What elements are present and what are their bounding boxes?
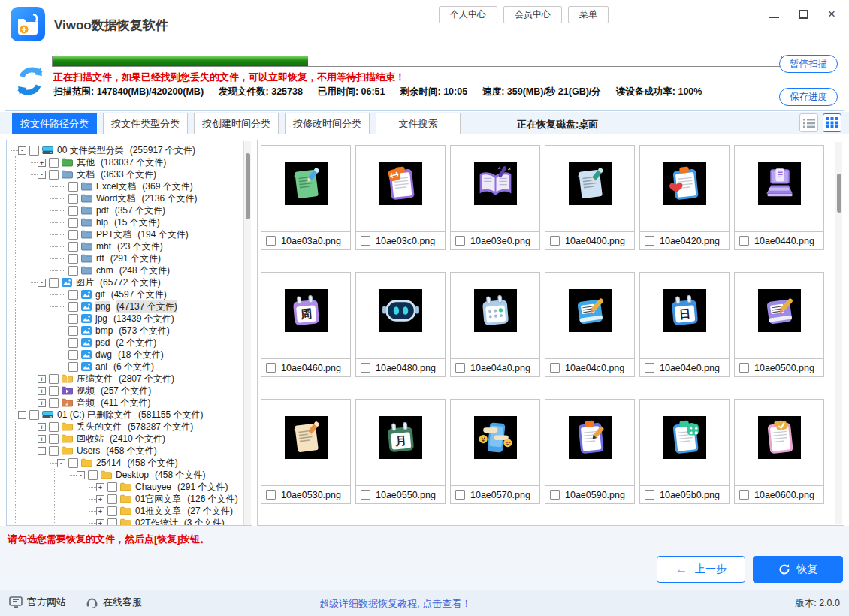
file-checkbox[interactable] <box>739 490 749 500</box>
tree-checkbox[interactable] <box>68 266 78 276</box>
tree-checkbox[interactable] <box>68 350 78 360</box>
tree-item[interactable]: png(47137 个文件) <box>11 300 250 313</box>
file-checkbox[interactable] <box>455 363 465 373</box>
pause-scan-button[interactable]: 暂停扫描 <box>779 55 838 73</box>
grid-scrollbar[interactable] <box>835 142 842 524</box>
file-item[interactable]: 10ae0400.png <box>545 145 635 250</box>
titlebar-button[interactable]: 菜单 <box>568 6 609 23</box>
tree-checkbox[interactable] <box>68 230 78 240</box>
tree-checkbox[interactable] <box>68 302 78 312</box>
tree-checkbox[interactable] <box>49 374 59 384</box>
tree-checkbox[interactable] <box>49 158 59 168</box>
file-checkbox[interactable] <box>266 363 276 373</box>
tree-checkbox[interactable] <box>68 206 78 216</box>
tree-checkbox[interactable] <box>49 170 59 180</box>
file-item[interactable]: 日 10ae04e0.png <box>639 272 730 377</box>
tree-checkbox[interactable] <box>49 446 59 456</box>
file-item[interactable]: 周 10ae0460.png <box>261 272 351 377</box>
maximize-icon[interactable] <box>799 10 808 19</box>
tab[interactable]: 按修改时间分类 <box>285 113 370 134</box>
file-item[interactable]: 10ae04c0.png <box>545 272 635 377</box>
file-item[interactable]: 10ae0590.png <box>545 399 635 504</box>
tree-item[interactable]: +音频(411 个文件) <box>11 397 250 409</box>
file-item[interactable]: 10ae03a0.png <box>261 145 351 250</box>
tutorial-link[interactable]: 超级详细数据恢复教程, 点击查看！ <box>319 597 471 611</box>
tree-checkbox[interactable] <box>107 494 117 504</box>
tree-checkbox[interactable] <box>49 386 59 396</box>
tree-item[interactable]: Word文档(2136 个文件) <box>11 192 250 204</box>
file-item[interactable]: 10ae0440.png <box>734 145 824 250</box>
file-checkbox[interactable] <box>361 363 370 373</box>
tree-checkbox[interactable] <box>68 290 78 300</box>
tree-checkbox[interactable] <box>68 338 78 348</box>
file-checkbox[interactable] <box>550 236 560 246</box>
tree-checkbox[interactable] <box>29 146 39 156</box>
tree-item[interactable]: psd(2 个文件) <box>11 337 250 349</box>
recover-button[interactable]: 恢复 <box>753 556 843 583</box>
titlebar-button[interactable]: 会员中心 <box>503 6 562 23</box>
tree-item[interactable]: ani(6 个文件) <box>11 361 250 373</box>
tree-checkbox[interactable] <box>49 398 59 408</box>
tree-item[interactable]: -文档(3633 个文件) <box>11 168 250 180</box>
tree-scrollbar[interactable] <box>243 141 251 526</box>
file-checkbox[interactable] <box>361 236 370 246</box>
file-checkbox[interactable] <box>361 490 370 500</box>
file-item[interactable]: 10ae03c0.png <box>355 145 446 250</box>
tree-checkbox[interactable] <box>68 182 78 192</box>
tree-item[interactable]: dwg(18 个文件) <box>11 349 250 361</box>
titlebar-button[interactable]: 个人中心 <box>439 6 497 23</box>
file-checkbox[interactable] <box>266 490 276 500</box>
back-button[interactable]: ← 上一步 <box>657 556 745 583</box>
tree-item[interactable]: mht(23 个文件) <box>11 240 250 252</box>
tree-item[interactable]: +视频(257 个文件) <box>11 385 250 397</box>
tree-item[interactable]: -00 文件类型分类(255917 个文件) <box>11 144 250 156</box>
tree-expander-icon[interactable]: - <box>57 459 65 467</box>
tab[interactable]: 按文件路径分类 <box>12 113 97 134</box>
file-item[interactable]: 10ae0600.png <box>734 399 824 504</box>
tree-checkbox[interactable] <box>68 362 78 372</box>
tree-item[interactable]: hlp(15 个文件) <box>11 216 250 228</box>
save-progress-button[interactable]: 保存进度 <box>779 88 838 106</box>
tree-expander-icon[interactable]: + <box>38 387 46 395</box>
file-item[interactable]: 月 10ae0550.png <box>355 399 446 504</box>
tab[interactable]: 按创建时间分类 <box>194 113 279 134</box>
online-support-link[interactable]: 在线客服 <box>86 596 142 609</box>
file-checkbox[interactable] <box>455 490 465 500</box>
tree-expander-icon[interactable]: + <box>96 507 104 515</box>
file-item[interactable]: 10ae0530.png <box>261 399 351 504</box>
tree-expander-icon[interactable]: + <box>38 423 46 431</box>
tree-item[interactable]: -25414(458 个文件) <box>11 457 250 469</box>
tree-item[interactable]: +02T作统计(3 个文件) <box>11 517 250 526</box>
tree-checkbox[interactable] <box>68 194 78 204</box>
tree-checkbox[interactable] <box>107 518 117 527</box>
tree-expander-icon[interactable]: - <box>18 146 26 155</box>
tree-expander-icon[interactable]: + <box>96 495 104 503</box>
tree-expander-icon[interactable]: - <box>18 411 26 419</box>
tree-expander-icon[interactable]: + <box>96 519 104 527</box>
tree-item[interactable]: +压缩文件(2807 个文件) <box>11 373 250 385</box>
file-checkbox[interactable] <box>550 363 560 373</box>
file-checkbox[interactable] <box>645 490 654 500</box>
tree-item[interactable]: jpg(13439 个文件) <box>11 313 250 325</box>
tree-item[interactable]: +丢失的文件(578287 个文件) <box>11 421 250 433</box>
tree-item[interactable]: gif(4597 个文件) <box>11 288 250 300</box>
file-item[interactable]: 10ae0480.png <box>355 272 446 377</box>
tab[interactable]: 文件搜索 <box>376 113 461 134</box>
tree-item[interactable]: +Chauyee(291 个文件) <box>11 481 250 493</box>
file-item[interactable]: 10ae0500.png <box>734 272 824 377</box>
tree-checkbox[interactable] <box>68 326 78 336</box>
official-site-link[interactable]: 官方网站 <box>9 596 66 609</box>
file-checkbox[interactable] <box>739 236 749 246</box>
file-checkbox[interactable] <box>455 236 465 246</box>
tree-item[interactable]: +01官网文章(126 个文件) <box>11 493 250 505</box>
tree-item[interactable]: +其他(183037 个文件) <box>11 156 250 168</box>
tree-expander-icon[interactable]: + <box>38 435 46 443</box>
file-item[interactable]: 10ae05b0.png <box>639 399 730 504</box>
tree-item[interactable]: -01 (C:) 已删除文件(581155 个文件) <box>11 409 250 421</box>
file-checkbox[interactable] <box>645 363 654 373</box>
tree-item[interactable]: chm(248 个文件) <box>11 264 250 276</box>
tree-item[interactable]: bmp(573 个文件) <box>11 325 250 337</box>
tree-checkbox[interactable] <box>49 422 59 432</box>
file-checkbox[interactable] <box>550 490 560 500</box>
tree-checkbox[interactable] <box>68 314 78 324</box>
